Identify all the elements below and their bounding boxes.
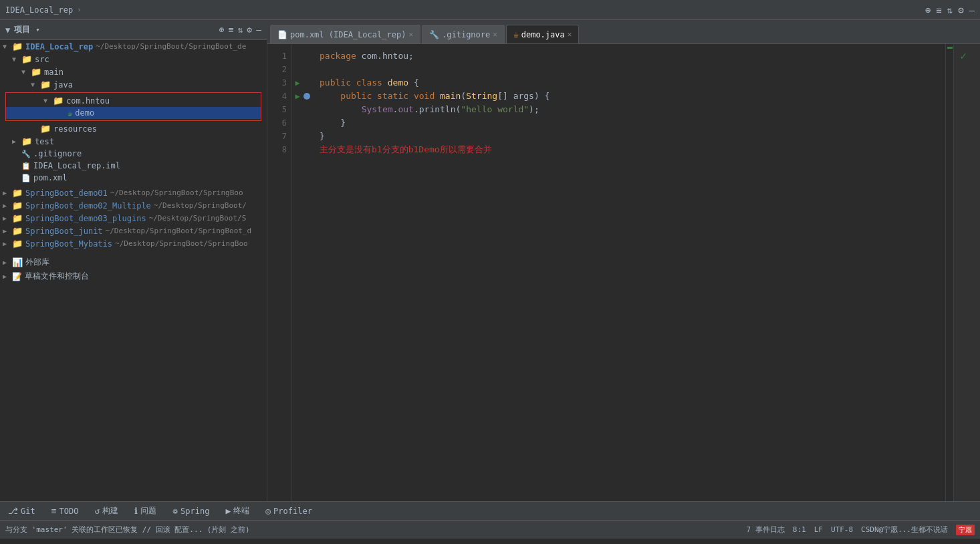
tool-problems-label: 问题 <box>140 505 156 517</box>
tree-item-resources[interactable]: ▶ 📁 resources <box>0 122 267 135</box>
sort-icon[interactable]: ⇅ <box>947 5 953 15</box>
line-num-1: 1 <box>275 49 287 63</box>
tree-arrow-extlib: ▶ <box>3 259 12 266</box>
tree-label-resources: resources <box>53 124 97 134</box>
bp-1 <box>303 49 312 63</box>
sidebar-gear-icon[interactable]: ⚙ <box>247 25 252 35</box>
bp-4 <box>303 93 312 106</box>
tree-item-root[interactable]: ▼ 📁 IDEA_Local_rep ~/Desktop/SpringBoot/… <box>0 40 267 53</box>
settings-icon[interactable]: ⚙ <box>958 5 963 15</box>
run-gutter-1 <box>291 49 303 63</box>
editor-area[interactable]: 1 2 3 4 5 6 7 8 ▶ ▶ <box>267 44 980 501</box>
code-lines[interactable]: package com.hntou; public class demo { <box>312 44 945 501</box>
line-num-3: 3 <box>275 76 287 90</box>
bp-7 <box>303 133 312 146</box>
tree-label-sb03: SpringBoot_demo03_plugins <box>25 214 146 223</box>
tree-item-sb03[interactable]: ▶ 📁 SpringBoot_demo03_plugins ~/Desktop/… <box>0 212 267 225</box>
tab-gitignore-close[interactable]: ✕ <box>493 30 497 39</box>
status-csdn: CSDN@宁愿...生都不说话 <box>861 525 948 535</box>
tree-item-com-hntou[interactable]: ▼ 📁 com.hntou <box>6 94 261 107</box>
tree-item-gitignore[interactable]: ▶ 🔧 .gitignore <box>0 148 267 160</box>
project-icon-sb03: 📁 <box>12 213 23 223</box>
tree-path-sb03: ~/Desktop/SpringBoot/S <box>149 214 247 223</box>
tree-item-java[interactable]: ▼ 📁 java <box>0 78 267 91</box>
tab-gitignore[interactable]: 🔧 .gitignore ✕ <box>422 25 505 43</box>
tab-pom[interactable]: 📄 pom.xml (IDEA_Local_rep) ✕ <box>270 25 420 43</box>
project-icon-sbjunit: 📁 <box>12 226 23 236</box>
extlib-icon: 📊 <box>12 257 23 267</box>
tool-spring[interactable]: ❁ Spring <box>170 505 212 517</box>
globe-icon[interactable]: ⊕ <box>925 5 931 15</box>
tree-arrow-root: ▼ <box>3 43 12 50</box>
run-gutter-3[interactable]: ▶ <box>291 76 303 90</box>
fn-main: main <box>440 90 461 103</box>
tabs-bar: 📄 pom.xml (IDEA_Local_rep) ✕ 🔧 .gitignor… <box>267 20 980 44</box>
minimize-icon[interactable]: — <box>969 5 975 15</box>
tab-gitignore-icon: 🔧 <box>429 30 439 39</box>
sidebar: ▼ 项目 ▾ ⊕ ≡ ⇅ ⚙ — ▼ 📁 IDEA_Local_rep ~/De… <box>0 20 267 501</box>
tree-item-src[interactable]: ▼ 📁 src <box>0 53 267 65</box>
tree-arrow-sb02: ▶ <box>3 202 12 209</box>
code-line-6: } <box>320 116 937 130</box>
code-line-3: public class demo { <box>320 76 937 90</box>
plain-5a <box>320 103 362 116</box>
obj-system: System <box>362 103 393 116</box>
tab-demo-icon: ☕ <box>513 29 519 39</box>
tree-item-test[interactable]: ▶ 📁 test <box>0 135 267 148</box>
tool-todo[interactable]: ≡ TODO <box>49 505 82 517</box>
tool-terminal[interactable]: ▶ 终端 <box>223 504 252 518</box>
sidebar-globe-icon[interactable]: ⊕ <box>219 25 225 35</box>
build-icon: ↺ <box>94 506 100 516</box>
plain-4e: ( <box>461 90 466 103</box>
tool-todo-label: TODO <box>59 507 79 516</box>
tab-pom-close[interactable]: ✕ <box>408 30 413 39</box>
tool-profiler[interactable]: ◎ Profiler <box>263 505 315 517</box>
kw-public-3: public <box>320 76 351 90</box>
sidebar-list-icon[interactable]: ≡ <box>229 25 234 35</box>
code-line-4: public static void main ( String [] args… <box>320 90 937 103</box>
structure-icon[interactable]: ≡ <box>936 5 941 15</box>
tree-item-sb02[interactable]: ▶ 📁 SpringBoot_demo02_Multiple ~/Desktop… <box>0 199 267 212</box>
tree-item-sb01[interactable]: ▶ 📁 SpringBoot_demo01 ~/Desktop/SpringBo… <box>0 186 267 199</box>
tree-item-scratch[interactable]: ▶ 📝 草稿文件和控制台 <box>0 269 267 283</box>
status-events[interactable]: 7 事件日志 <box>747 525 785 535</box>
line-num-7: 7 <box>275 130 287 143</box>
tree-item-sbjunit[interactable]: ▶ 📁 SpringBoot_junit ~/Desktop/SpringBoo… <box>0 225 267 237</box>
tool-problems[interactable]: ℹ 问题 <box>132 504 159 518</box>
run-icon-3[interactable]: ▶ <box>295 76 299 90</box>
tool-build[interactable]: ↺ 构建 <box>92 504 121 518</box>
run-icon-4[interactable]: ▶ <box>295 90 299 103</box>
bp-6 <box>303 120 312 133</box>
tree-item-extlib[interactable]: ▶ 📊 外部库 <box>0 255 267 269</box>
main-layout: ▼ 项目 ▾ ⊕ ≡ ⇅ ⚙ — ▼ 📁 IDEA_Local_rep ~/De… <box>0 20 980 501</box>
code-line-8: 主分支是没有b1分支的b1Demo所以需要合并 <box>320 143 937 156</box>
tree-label-root: IDEA_Local_rep <box>25 42 93 51</box>
sidebar-sort-icon[interactable]: ⇅ <box>238 25 243 35</box>
todo-icon: ≡ <box>51 506 57 516</box>
tree-path-sb02: ~/Desktop/SpringBoot/ <box>154 201 247 210</box>
run-gutter-4[interactable]: ▶ <box>291 90 303 103</box>
tab-pom-icon: 📄 <box>277 30 287 39</box>
status-extra: 宁愿 <box>956 525 975 535</box>
sidebar-close-icon[interactable]: — <box>256 25 261 35</box>
iml-file-icon: 📋 <box>21 162 31 170</box>
tool-git[interactable]: ⎇ Git <box>5 505 38 517</box>
tree-path-sb01: ~/Desktop/SpringBoot/SpringBoo <box>110 188 243 197</box>
tree-item-sbmybatis[interactable]: ▶ 📁 SpringBoot_Mybatis ~/Desktop/SpringB… <box>0 237 267 250</box>
line-num-6: 6 <box>275 116 287 130</box>
sidebar-header-dropdown[interactable]: ▾ <box>35 25 40 34</box>
tree-item-main[interactable]: ▼ 📁 main <box>0 65 267 78</box>
tree-item-demo[interactable]: ▶ ☕ demo <box>6 107 261 119</box>
tree-item-iml[interactable]: ▶ 📋 IDEA_Local_rep.iml <box>0 160 267 172</box>
tree-arrow-sbmybatis: ▶ <box>3 240 12 247</box>
tab-demo-close[interactable]: ✕ <box>568 30 572 39</box>
editor-minimap <box>953 44 980 501</box>
plain-3a <box>351 76 356 90</box>
demo-class-icon: ☕ <box>68 108 72 118</box>
tree-arrow-scratch: ▶ <box>3 273 12 280</box>
tool-build-label: 构建 <box>102 505 118 517</box>
tree-item-pom[interactable]: ▶ 📄 pom.xml <box>0 172 267 184</box>
line-num-4: 4 <box>275 90 287 103</box>
top-bar-icons: ⊕ ≡ ⇅ ⚙ — <box>925 5 975 15</box>
tab-demo[interactable]: ☕ demo.java ✕ <box>506 25 579 43</box>
